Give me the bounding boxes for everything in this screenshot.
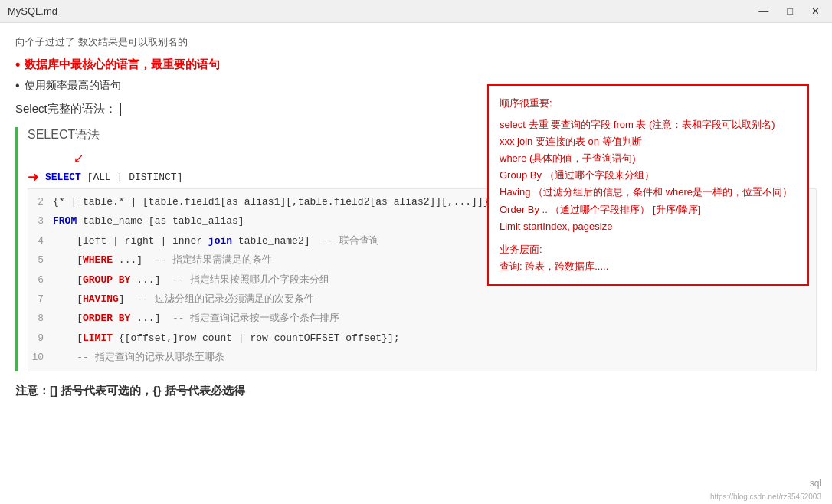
tooltip-line-1: select 去重 要查询的字段 from 表 (注意：表和字段可以取别名) bbox=[500, 116, 797, 133]
tooltip-line-6: Order By .. （通过哪个字段排序） [升序/降序] bbox=[500, 201, 797, 218]
code-line-9: 9 [LIMIT {[offset,]row_count | row_count… bbox=[28, 329, 816, 348]
tooltip-line-5: Having （过滤分组后的信息，条件和 where是一样的，位置不同） bbox=[500, 184, 797, 201]
close-button[interactable]: ✕ bbox=[807, 4, 824, 18]
code-line-10: 10 -- 指定查询的记录从哪条至哪条 bbox=[28, 348, 816, 367]
bullet-heading: 数据库中最核心的语言，最重要的语句 bbox=[15, 57, 817, 73]
tooltip-box: 顺序很重要: select 去重 要查询的字段 from 表 (注意：表和字段可… bbox=[487, 84, 809, 286]
tooltip-line-4: Group By （通过哪个字段来分组） bbox=[500, 167, 797, 184]
tooltip-title: 顺序很重要: bbox=[500, 95, 797, 112]
title-bar-right: — □ ✕ bbox=[754, 4, 824, 18]
bottom-note: 注意：[] 括号代表可选的，{} 括号代表必选得 bbox=[15, 384, 817, 398]
cursor bbox=[120, 103, 121, 116]
tooltip-business: 业务层面: bbox=[500, 241, 797, 258]
main-content: 向个子过过了 数次结果是可以取别名的 数据库中最核心的语言，最重要的语句 使用频… bbox=[0, 23, 832, 504]
sql-badge: sql bbox=[810, 478, 821, 489]
top-text: 向个子过过了 数次结果是可以取别名的 bbox=[15, 35, 817, 49]
tooltip-line-3: where (具体的值，子查询语句) bbox=[500, 150, 797, 167]
minimize-button[interactable]: — bbox=[754, 4, 773, 18]
code-line-7: 7 [HAVING] -- 过滤分组的记录必须满足的次要条件 bbox=[28, 290, 816, 309]
watermark: https://blog.csdn.net/rz95452003 bbox=[710, 493, 821, 501]
tooltip-business-detail: 查询: 跨表，跨数据库..... bbox=[500, 258, 797, 275]
maximize-button[interactable]: □ bbox=[782, 4, 798, 18]
file-title: MySQL.md bbox=[8, 5, 57, 17]
tooltip-line-7: Limit startIndex, pagesize bbox=[500, 218, 797, 235]
code-line-8: 8 [ORDER BY ...] -- 指定查询记录按一或多个条件排序 bbox=[28, 309, 816, 328]
title-bar-left: MySQL.md bbox=[8, 5, 57, 17]
tooltip-line-2: xxx join 要连接的表 on 等值判断 bbox=[500, 133, 797, 150]
title-bar: MySQL.md — □ ✕ bbox=[0, 0, 832, 23]
right-arrow-icon: ➜ bbox=[28, 169, 39, 185]
